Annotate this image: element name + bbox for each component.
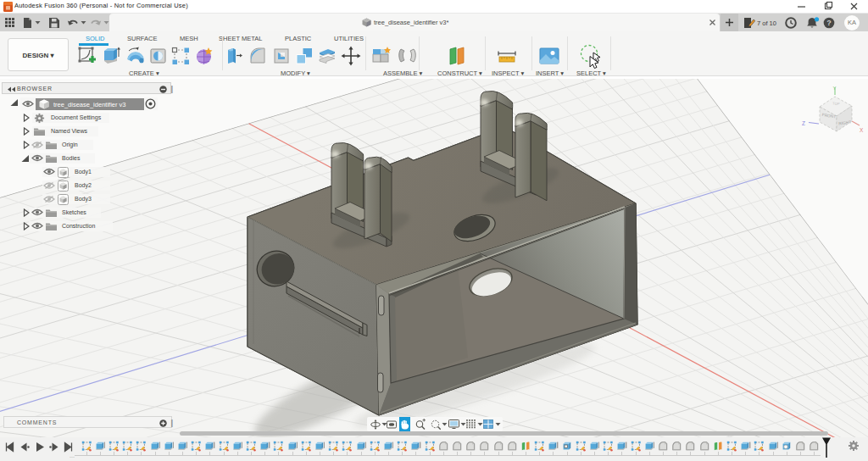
svg-text:X: X — [860, 127, 864, 133]
svg-text:Y: Y — [833, 86, 837, 91]
svg-text:TOP: TOP — [832, 102, 840, 106]
svg-text:?: ? — [826, 19, 832, 27]
svg-text:Z: Z — [802, 120, 805, 126]
